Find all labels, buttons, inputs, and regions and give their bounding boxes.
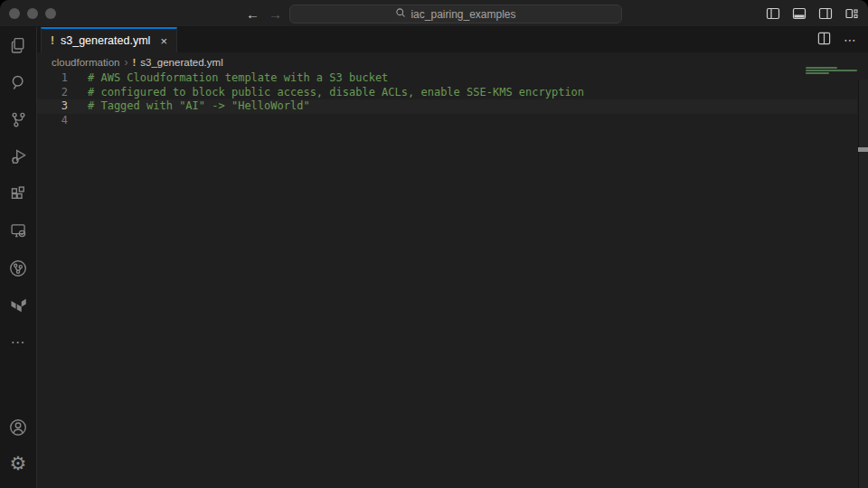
code-line-active[interactable]: 3 # Tagged with "AI" -> "HelloWorld" [37, 99, 857, 114]
split-editor-icon[interactable] [817, 32, 831, 49]
explorer-icon[interactable] [0, 27, 37, 64]
accounts-icon[interactable] [0, 408, 37, 446]
run-debug-icon[interactable] [0, 138, 37, 175]
cursor-position-marker [858, 147, 868, 152]
chevron-right-icon: › [124, 56, 127, 69]
breadcrumb-file[interactable]: s3_generated.yml [140, 57, 222, 68]
forward-icon[interactable]: → [269, 6, 282, 22]
line-number: 3 [37, 99, 88, 114]
layout-controls [766, 0, 859, 27]
line-text: # AWS Cloudformation template with a S3 … [88, 71, 388, 86]
title-bar: ← → iac_pairing_examples [0, 0, 868, 27]
source-control-icon[interactable] [0, 101, 37, 138]
scrollbar-overview-ruler[interactable] [858, 80, 868, 488]
close-tab-icon[interactable]: × [160, 34, 167, 48]
line-text: # Tagged with "AI" -> "HelloWorld" [88, 99, 310, 114]
vscode-window: ← → iac_pairing_examples [0, 0, 868, 488]
toggle-secondary-sidebar-icon[interactable] [818, 6, 833, 21]
search-sidebar-icon[interactable] [0, 64, 37, 101]
editor-group-actions: ⋯ [817, 27, 857, 52]
command-center[interactable]: iac_pairing_examples [289, 5, 622, 23]
breadcrumb-warning-indicator: ! [132, 57, 136, 68]
customize-layout-icon[interactable] [844, 6, 859, 21]
minimize-button[interactable] [27, 8, 38, 19]
git-graph-icon[interactable] [0, 249, 37, 286]
activity-bar: ⋯ ⚙ [0, 27, 37, 488]
minimap[interactable] [806, 67, 857, 81]
code-line[interactable]: 2 # configured to block public access, d… [37, 86, 857, 100]
settings-gear-icon[interactable]: ⚙ [0, 446, 37, 483]
breadcrumb: cloudformation › ! s3_generated.yml [37, 52, 868, 71]
more-views-icon[interactable]: ⋯ [0, 324, 37, 361]
close-button[interactable] [9, 8, 20, 19]
search-icon [395, 7, 406, 21]
file-warning-indicator: ! [51, 34, 54, 47]
window-controls [9, 8, 56, 19]
extensions-icon[interactable] [0, 175, 37, 212]
back-icon[interactable]: ← [246, 6, 259, 22]
tab-s3-generated-yml[interactable]: ! s3_generated.yml × [41, 27, 177, 52]
more-actions-icon[interactable]: ⋯ [844, 33, 857, 47]
editor-group: ! s3_generated.yml × ⋯ cloudformation › … [37, 27, 868, 488]
line-text: # configured to block public access, dis… [88, 86, 584, 100]
remote-explorer-icon[interactable] [0, 212, 37, 249]
toggle-primary-sidebar-icon[interactable] [766, 6, 780, 21]
toggle-panel-icon[interactable] [792, 6, 807, 21]
code-line[interactable]: 4 [37, 114, 857, 128]
code-area[interactable]: 1 # AWS Cloudformation template with a S… [37, 71, 857, 127]
code-line[interactable]: 1 # AWS Cloudformation template with a S… [37, 71, 857, 86]
breadcrumb-folder[interactable]: cloudformation [52, 57, 119, 68]
history-nav: ← → [246, 0, 282, 27]
terraform-icon[interactable] [0, 286, 37, 324]
zoom-button[interactable] [45, 8, 56, 19]
line-number: 1 [37, 71, 88, 86]
command-center-label: iac_pairing_examples [410, 8, 515, 21]
tab-bar: ! s3_generated.yml × ⋯ [37, 27, 868, 52]
tab-label: s3_generated.yml [61, 34, 150, 47]
line-number: 4 [37, 114, 88, 128]
line-number: 2 [37, 86, 88, 100]
